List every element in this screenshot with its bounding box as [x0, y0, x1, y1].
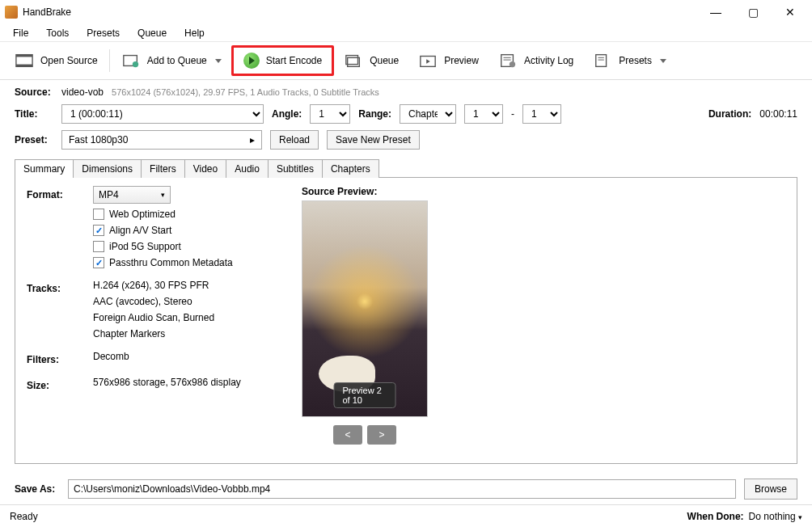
save-as-input[interactable] [68, 479, 736, 499]
when-done-label: When Done: [687, 511, 744, 522]
tab-filters[interactable]: Filters [141, 159, 185, 178]
range-dash: - [511, 108, 514, 120]
tab-chapters[interactable]: Chapters [322, 159, 379, 178]
chevron-right-icon: ▸ [250, 134, 255, 145]
track-line: Chapter Markers [93, 328, 269, 339]
log-icon [498, 52, 518, 70]
tab-dimensions[interactable]: Dimensions [73, 159, 142, 178]
activity-log-button[interactable]: Activity Log [488, 47, 583, 74]
svg-rect-2 [16, 65, 32, 67]
size-value: 576x986 storage, 576x986 display [93, 377, 269, 388]
menu-help[interactable]: Help [176, 26, 213, 40]
open-source-button[interactable]: Open Source [5, 47, 108, 74]
save-as-row: Save As: Browse [15, 479, 797, 500]
add-to-queue-button[interactable]: Add to Queue [112, 47, 231, 74]
format-select[interactable]: MP4 ▾ [93, 186, 171, 204]
format-label: Format: [27, 186, 83, 200]
menu-presets[interactable]: Presets [78, 26, 128, 40]
filters-label: Filters: [27, 351, 83, 365]
ipod-label: iPod 5G Support [109, 241, 181, 252]
range-label: Range: [358, 108, 391, 120]
passthru-label: Passthru Common Metadata [109, 257, 233, 268]
window-title: HandBrake [23, 6, 697, 18]
separator [109, 49, 110, 72]
presets-button[interactable]: Presets [583, 47, 676, 74]
range-to-select[interactable]: 1 [522, 104, 561, 124]
duration-value: 00:00:11 [759, 108, 797, 120]
when-done-select[interactable]: Do nothing ▾ [749, 511, 802, 522]
range-type-select[interactable]: Chapters [400, 104, 456, 124]
picture-add-icon [121, 52, 141, 70]
title-select[interactable]: 1 (00:00:11) [61, 104, 264, 124]
format-value: MP4 [99, 189, 119, 200]
preset-select[interactable]: Fast 1080p30 ▸ [61, 130, 262, 150]
queue-icon [344, 52, 363, 70]
tab-subtitles[interactable]: Subtitles [268, 159, 323, 178]
preview-prev-button[interactable]: < [333, 425, 362, 445]
app-icon [5, 6, 18, 19]
status-bar: Ready When Done: Do nothing ▾ [0, 504, 812, 527]
open-source-label: Open Source [40, 55, 98, 66]
source-info: 576x1024 (576x1024), 29.97 FPS, 1 Audio … [112, 87, 379, 97]
start-encode-label: Start Encode [266, 55, 322, 66]
play-icon [243, 53, 260, 69]
align-av-label: Align A/V Start [109, 225, 171, 236]
tab-video[interactable]: Video [184, 159, 226, 178]
status-ready: Ready [10, 511, 687, 522]
preview-icon [418, 52, 438, 70]
tab-audio[interactable]: Audio [226, 159, 269, 178]
maximize-button[interactable]: ▢ [734, 0, 772, 24]
angle-label: Angle: [272, 108, 302, 120]
add-to-queue-label: Add to Queue [147, 55, 207, 66]
browse-button[interactable]: Browse [744, 479, 797, 500]
track-line: AAC (avcodec), Stereo [93, 296, 269, 307]
source-preview-label: Source Preview: [302, 186, 428, 197]
svg-point-12 [510, 61, 515, 67]
reload-button[interactable]: Reload [270, 130, 319, 150]
menu-tools[interactable]: Tools [38, 26, 77, 40]
queue-label: Queue [370, 55, 399, 66]
presets-label: Presets [619, 55, 652, 66]
chevron-down-icon [215, 59, 222, 63]
toolbar: Open Source Add to Queue Start Encode Qu… [0, 42, 812, 80]
svg-point-4 [133, 61, 138, 67]
align-av-checkbox[interactable] [93, 225, 104, 236]
track-line: H.264 (x264), 30 FPS PFR [93, 280, 269, 291]
duration-label: Duration: [708, 108, 751, 120]
preview-next-button[interactable]: > [367, 425, 396, 445]
title-bar: HandBrake — ▢ ✕ [0, 0, 812, 24]
ipod-checkbox[interactable] [93, 241, 104, 252]
presets-icon [593, 52, 612, 70]
svg-marker-8 [426, 59, 430, 64]
preset-label: Preset: [15, 134, 53, 145]
close-button[interactable]: ✕ [772, 0, 809, 24]
film-icon [15, 52, 34, 70]
range-from-select[interactable]: 1 [464, 104, 503, 124]
menu-queue[interactable]: Queue [129, 26, 175, 40]
angle-select[interactable]: 1 [310, 104, 350, 124]
menu-bar: File Tools Presets Queue Help [0, 24, 812, 42]
chevron-down-icon: ▾ [161, 191, 165, 199]
preset-value: Fast 1080p30 [69, 134, 128, 145]
filters-value: Decomb [93, 351, 269, 362]
preview-button[interactable]: Preview [408, 47, 488, 74]
tab-summary[interactable]: Summary [15, 159, 74, 178]
svg-rect-1 [16, 55, 32, 57]
chevron-down-icon [660, 59, 666, 63]
start-encode-button[interactable]: Start Encode [231, 45, 334, 76]
activity-log-label: Activity Log [524, 55, 573, 66]
passthru-checkbox[interactable] [93, 257, 104, 268]
menu-file[interactable]: File [5, 26, 36, 40]
web-optimized-checkbox[interactable] [93, 209, 104, 220]
queue-button[interactable]: Queue [334, 47, 408, 74]
source-row: Source: video-vob 576x1024 (576x1024), 2… [15, 86, 797, 98]
preview-image: Preview 2 of 10 [302, 200, 428, 417]
svg-rect-13 [596, 55, 607, 67]
save-new-preset-button[interactable]: Save New Preset [327, 130, 420, 150]
title-row: Title: 1 (00:00:11) Angle: 1 Range: Chap… [15, 104, 797, 124]
source-label: Source: [15, 86, 53, 98]
preview-label: Preview [444, 55, 479, 66]
track-line: Foreign Audio Scan, Burned [93, 312, 269, 323]
minimize-button[interactable]: — [697, 0, 734, 24]
title-label: Title: [15, 108, 53, 120]
